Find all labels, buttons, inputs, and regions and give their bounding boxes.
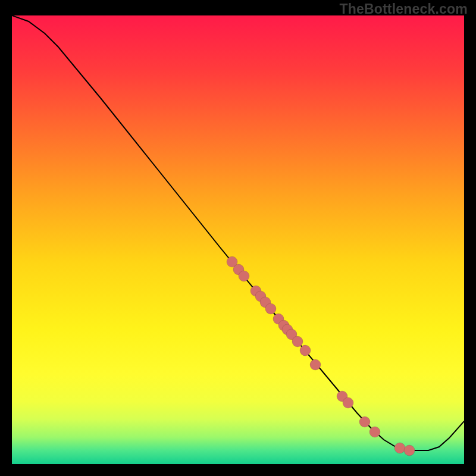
gradient-background [12,15,464,464]
chart-frame: TheBottleneck.com [0,0,476,476]
watermark-text: TheBottleneck.com [339,1,468,17]
svg-rect-0 [12,15,464,464]
plot-area [12,15,464,464]
